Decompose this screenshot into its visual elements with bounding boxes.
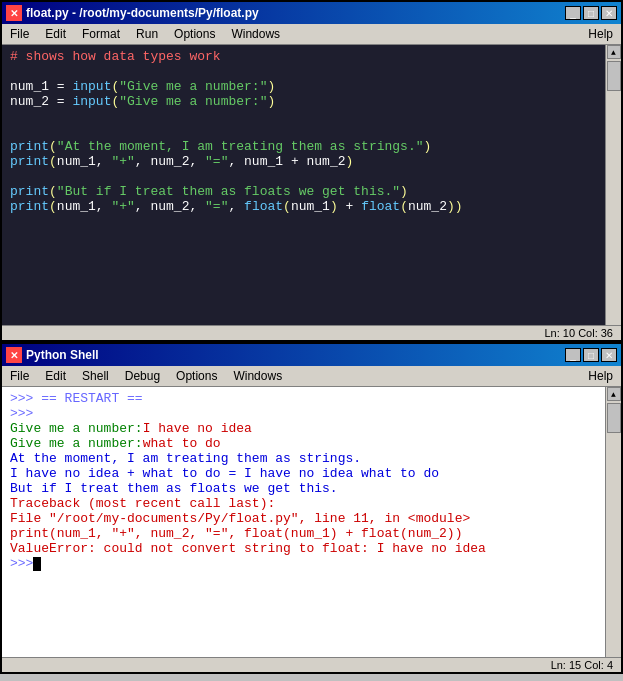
shell-menu-options[interactable]: Options (172, 368, 221, 384)
shell-window: ✕ Python Shell _ □ ✕ File Edit Shell Deb… (0, 342, 623, 674)
editor-menu-windows[interactable]: Windows (227, 26, 284, 42)
editor-menu-options[interactable]: Options (170, 26, 219, 42)
shell-line-error: ValueError: could not convert string to … (10, 541, 597, 556)
shell-menu-shell[interactable]: Shell (78, 368, 113, 384)
editor-status-bar: Ln: 10 Col: 36 (2, 325, 621, 340)
editor-title: float.py - /root/my-documents/Py/float.p… (26, 6, 259, 20)
code-line-4: print("At the moment, I am treating them… (10, 139, 597, 154)
code-line-5: print(num_1, "+", num_2, "=", num_1 + nu… (10, 154, 597, 169)
editor-code-area[interactable]: # shows how data types work num_1 = inpu… (2, 45, 605, 325)
shell-line-prompt1: >>> (10, 406, 597, 421)
shell-line-traceback-label: Traceback (most recent call last): (10, 496, 597, 511)
shell-menu-windows[interactable]: Windows (229, 368, 286, 384)
code-line-2: num_1 = input("Give me a number:") (10, 79, 597, 94)
shell-menu-debug[interactable]: Debug (121, 368, 164, 384)
shell-icon: ✕ (6, 347, 22, 363)
editor-menu-format[interactable]: Format (78, 26, 124, 42)
shell-close-button[interactable]: ✕ (601, 348, 617, 362)
editor-scroll-thumb[interactable] (607, 61, 621, 91)
editor-close-button[interactable]: ✕ (601, 6, 617, 20)
code-line-blank4 (10, 169, 597, 184)
code-line-7: print(num_1, "+", num_2, "=", float(num_… (10, 199, 597, 214)
editor-title-controls[interactable]: _ □ ✕ (565, 6, 617, 20)
shell-status: Ln: 15 Col: 4 (551, 659, 613, 671)
editor-scroll-up[interactable]: ▲ (607, 45, 621, 59)
shell-line-output1: At the moment, I am treating them as str… (10, 451, 597, 466)
editor-menu-help[interactable]: Help (584, 26, 617, 42)
shell-body: >>> == RESTART == >>> Give me a number:I… (2, 387, 621, 657)
shell-menu-file[interactable]: File (6, 368, 33, 384)
shell-maximize-button[interactable]: □ (583, 348, 599, 362)
shell-minimize-button[interactable]: _ (565, 348, 581, 362)
code-line-blank2 (10, 109, 597, 124)
shell-title: Python Shell (26, 348, 99, 362)
shell-scroll-thumb[interactable] (607, 403, 621, 433)
shell-output-area[interactable]: >>> == RESTART == >>> Give me a number:I… (2, 387, 605, 657)
shell-title-left: ✕ Python Shell (6, 347, 99, 363)
shell-line-output2: I have no idea + what to do = I have no … (10, 466, 597, 481)
shell-line-traceback-file: File "/root/my-documents/Py/float.py", l… (10, 511, 597, 526)
code-line-6: print("But if I treat them as floats we … (10, 184, 597, 199)
editor-minimize-button[interactable]: _ (565, 6, 581, 20)
shell-menu-help[interactable]: Help (584, 368, 617, 384)
editor-title-bar: ✕ float.py - /root/my-documents/Py/float… (2, 2, 621, 24)
shell-cursor (33, 557, 41, 571)
code-line-3: num_2 = input("Give me a number:") (10, 94, 597, 109)
editor-scrollbar[interactable]: ▲ (605, 45, 621, 325)
code-line-1: # shows how data types work (10, 49, 597, 64)
shell-status-bar: Ln: 15 Col: 4 (2, 657, 621, 672)
editor-status: Ln: 10 Col: 36 (545, 327, 614, 339)
editor-icon: ✕ (6, 5, 22, 21)
editor-menu-edit[interactable]: Edit (41, 26, 70, 42)
shell-scroll-up[interactable]: ▲ (607, 387, 621, 401)
editor-title-left: ✕ float.py - /root/my-documents/Py/float… (6, 5, 259, 21)
editor-menu-bar: File Edit Format Run Options Windows Hel… (2, 24, 621, 45)
editor-maximize-button[interactable]: □ (583, 6, 599, 20)
shell-line-traceback-code: print(num_1, "+", num_2, "=", float(num_… (10, 526, 597, 541)
shell-line-prompt-final[interactable]: >>> (10, 556, 597, 571)
editor-menu-file[interactable]: File (6, 26, 33, 42)
shell-line-restart: >>> == RESTART == (10, 391, 597, 406)
editor-menu-run[interactable]: Run (132, 26, 162, 42)
shell-menu-bar: File Edit Shell Debug Options Windows He… (2, 366, 621, 387)
code-line-blank3 (10, 124, 597, 139)
shell-line-output3: But if I treat them as floats we get thi… (10, 481, 597, 496)
shell-line-input1: Give me a number:I have no idea (10, 421, 597, 436)
shell-scrollbar[interactable]: ▲ (605, 387, 621, 657)
shell-title-bar: ✕ Python Shell _ □ ✕ (2, 344, 621, 366)
shell-title-controls[interactable]: _ □ ✕ (565, 348, 617, 362)
shell-line-input2: Give me a number:what to do (10, 436, 597, 451)
code-line-blank1 (10, 64, 597, 79)
editor-body: # shows how data types work num_1 = inpu… (2, 45, 621, 325)
shell-menu-edit[interactable]: Edit (41, 368, 70, 384)
editor-window: ✕ float.py - /root/my-documents/Py/float… (0, 0, 623, 342)
